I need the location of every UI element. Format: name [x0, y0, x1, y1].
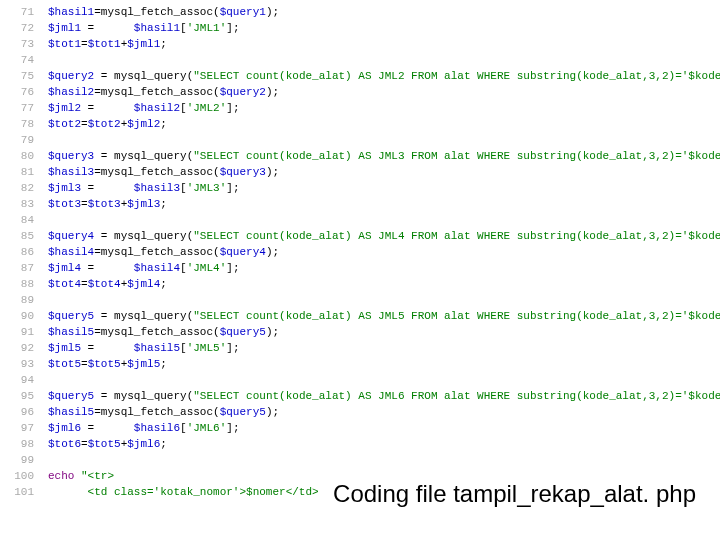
- code-line[interactable]: [48, 292, 716, 308]
- code-line[interactable]: [48, 372, 716, 388]
- code-line[interactable]: $tot6=$tot5+$jml6;: [48, 436, 716, 452]
- code-line[interactable]: $query3 = mysql_query("SELECT count(kode…: [48, 148, 716, 164]
- code-line[interactable]: $jml3 = $hasil3['JML3'];: [48, 180, 716, 196]
- code-line[interactable]: $tot3=$tot3+$jml3;: [48, 196, 716, 212]
- code-line[interactable]: $query5 = mysql_query("SELECT count(kode…: [48, 308, 716, 324]
- code-line[interactable]: [48, 452, 716, 468]
- line-number: 93: [4, 356, 34, 372]
- line-number: 78: [4, 116, 34, 132]
- code-line[interactable]: $jml6 = $hasil6['JML6'];: [48, 420, 716, 436]
- code-line[interactable]: $hasil5=mysql_fetch_assoc($query5);: [48, 404, 716, 420]
- line-number: 81: [4, 164, 34, 180]
- code-line[interactable]: $hasil3=mysql_fetch_assoc($query3);: [48, 164, 716, 180]
- code-line[interactable]: $tot1=$tot1+$jml1;: [48, 36, 716, 52]
- line-number-gutter: 7172737475767778798081828384858687888990…: [0, 0, 48, 540]
- line-number: 85: [4, 228, 34, 244]
- code-editor[interactable]: 7172737475767778798081828384858687888990…: [0, 0, 720, 540]
- line-number: 94: [4, 372, 34, 388]
- line-number: 95: [4, 388, 34, 404]
- line-number: 73: [4, 36, 34, 52]
- code-line[interactable]: [48, 212, 716, 228]
- code-line[interactable]: $jml5 = $hasil5['JML5'];: [48, 340, 716, 356]
- line-number: 80: [4, 148, 34, 164]
- code-line[interactable]: $query5 = mysql_query("SELECT count(kode…: [48, 388, 716, 404]
- code-line[interactable]: $tot2=$tot2+$jml2;: [48, 116, 716, 132]
- line-number: 90: [4, 308, 34, 324]
- line-number: 87: [4, 260, 34, 276]
- line-number: 88: [4, 276, 34, 292]
- code-line[interactable]: $query4 = mysql_query("SELECT count(kode…: [48, 228, 716, 244]
- line-number: 100: [4, 468, 34, 484]
- line-number: 101: [4, 484, 34, 500]
- line-number: 98: [4, 436, 34, 452]
- code-line[interactable]: $hasil5=mysql_fetch_assoc($query5);: [48, 324, 716, 340]
- line-number: 77: [4, 100, 34, 116]
- code-line[interactable]: $hasil1=mysql_fetch_assoc($query1);: [48, 4, 716, 20]
- line-number: 83: [4, 196, 34, 212]
- line-number: 99: [4, 452, 34, 468]
- code-line[interactable]: $query2 = mysql_query("SELECT count(kode…: [48, 68, 716, 84]
- line-number: 86: [4, 244, 34, 260]
- code-line[interactable]: $hasil2=mysql_fetch_assoc($query2);: [48, 84, 716, 100]
- code-line[interactable]: $tot5=$tot5+$jml5;: [48, 356, 716, 372]
- code-area[interactable]: $hasil1=mysql_fetch_assoc($query1);$jml1…: [48, 0, 720, 540]
- code-line[interactable]: $tot4=$tot4+$jml4;: [48, 276, 716, 292]
- line-number: 74: [4, 52, 34, 68]
- line-number: 76: [4, 84, 34, 100]
- code-line[interactable]: $hasil4=mysql_fetch_assoc($query4);: [48, 244, 716, 260]
- caption-label: Coding file tampil_rekap_alat. php: [327, 484, 702, 504]
- line-number: 82: [4, 180, 34, 196]
- line-number: 89: [4, 292, 34, 308]
- line-number: 71: [4, 4, 34, 20]
- line-number: 84: [4, 212, 34, 228]
- line-number: 79: [4, 132, 34, 148]
- line-number: 97: [4, 420, 34, 436]
- code-line[interactable]: [48, 52, 716, 68]
- line-number: 96: [4, 404, 34, 420]
- code-line[interactable]: $jml1 = $hasil1['JML1'];: [48, 20, 716, 36]
- code-line[interactable]: [48, 132, 716, 148]
- code-line[interactable]: $jml2 = $hasil2['JML2'];: [48, 100, 716, 116]
- line-number: 91: [4, 324, 34, 340]
- line-number: 92: [4, 340, 34, 356]
- line-number: 75: [4, 68, 34, 84]
- line-number: 72: [4, 20, 34, 36]
- code-line[interactable]: $jml4 = $hasil4['JML4'];: [48, 260, 716, 276]
